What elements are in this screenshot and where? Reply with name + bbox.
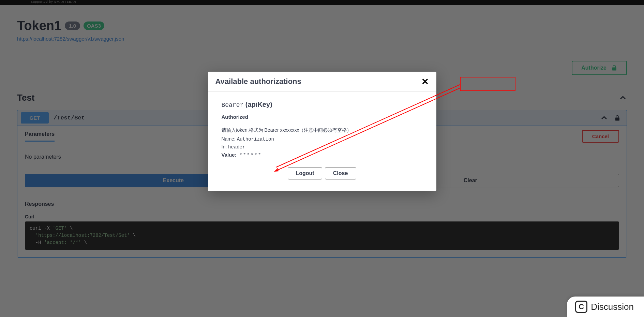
auth-value-label: Value: <box>222 152 237 158</box>
auth-in-row: In: header <box>222 144 423 150</box>
auth-value-masked: ****** <box>239 153 262 158</box>
discussion-label: Discussion <box>591 302 634 312</box>
close-button[interactable]: Close <box>325 167 356 179</box>
modal-backdrop[interactable]: Available authorizations ✕ Bearer (apiKe… <box>0 0 644 317</box>
auth-value-row: Value:****** <box>222 152 423 158</box>
auth-status: Authorized <box>222 114 423 120</box>
modal-title: Available authorizations <box>215 77 301 86</box>
scheme-name: Bearer (apiKey) <box>222 101 423 109</box>
auth-name-row: Name: Authorization <box>222 136 423 142</box>
auth-name-value: Authorization <box>237 136 274 142</box>
discussion-badge: C <box>575 301 587 313</box>
scheme-code: Bearer <box>222 102 244 109</box>
auth-name-label: Name: <box>222 136 237 142</box>
discussion-chip[interactable]: C Discussion <box>567 297 644 317</box>
auth-in-value: header <box>228 144 245 150</box>
auth-description: 请输入token,格式为 Bearer xxxxxxxx（注意中间必须有空格） <box>222 127 423 133</box>
modal-body: Bearer (apiKey) Authorized 请输入token,格式为 … <box>208 92 436 191</box>
close-icon[interactable]: ✕ <box>421 77 429 86</box>
scheme-type: (apiKey) <box>243 101 272 108</box>
auth-in-label: In: <box>222 144 228 149</box>
auth-modal: Available authorizations ✕ Bearer (apiKe… <box>208 72 436 191</box>
logout-button[interactable]: Logout <box>288 167 322 179</box>
modal-header: Available authorizations ✕ <box>208 72 436 92</box>
